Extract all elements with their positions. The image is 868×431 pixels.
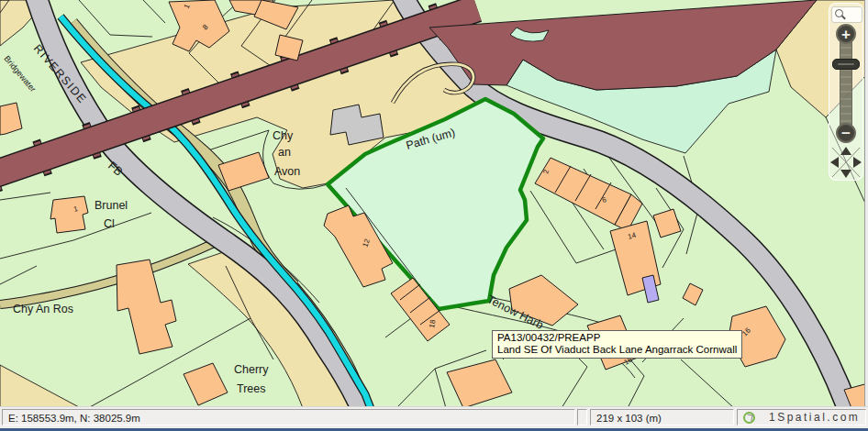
tooltip-reference: PA13/00432/PREAPP — [497, 332, 737, 344]
label-brunel-cl: Cl — [104, 217, 115, 230]
label-an: an — [278, 146, 291, 159]
search-box[interactable] — [831, 6, 862, 23]
zoom-in-button[interactable]: + — [836, 24, 856, 44]
magnifier-icon — [835, 9, 843, 17]
zoom-slider-handle[interactable] — [832, 59, 860, 70]
pan-up-arrow[interactable] — [840, 147, 851, 155]
label-chy: Chy — [273, 129, 294, 142]
label-cherry: Cherry — [234, 363, 269, 376]
label-brunel: Brunel — [95, 199, 128, 212]
label-trees: Trees — [237, 382, 266, 395]
brand-link[interactable]: 1Spatial.com — [769, 410, 860, 425]
status-spacer — [577, 409, 587, 425]
1spatial-logo-icon — [743, 412, 755, 424]
pan-pad — [830, 145, 862, 180]
map-viewer-window: 1 8 1 12 2 6 14 18 18 16 RIVERSIDE Bridg… — [0, 0, 868, 431]
pan-right-arrow[interactable] — [853, 157, 862, 168]
pan-down-arrow[interactable] — [840, 170, 851, 178]
status-bar: E: 158553.9m, N: 38025.9m 219 x 103 (m) … — [0, 406, 868, 428]
zoom-out-button[interactable]: − — [836, 123, 856, 143]
tooltip-description: Land SE Of Viaduct Back Lane Angarrack C… — [497, 344, 737, 356]
map-controls-panel: + − — [829, 3, 863, 181]
label-avon: Avon — [274, 165, 300, 178]
view-size-readout: 219 x 103 (m) — [590, 409, 734, 425]
feature-tooltip: PA13/00432/PREAPP Land SE Of Viaduct Bac… — [492, 330, 742, 359]
label-chy-an-ros: Chy An Ros — [13, 303, 73, 315]
viewport-edge — [864, 0, 868, 406]
brand-cell: 1Spatial.com — [737, 409, 866, 425]
pan-left-arrow[interactable] — [830, 157, 839, 168]
coordinates-readout: E: 158553.9m, N: 38025.9m — [2, 409, 575, 425]
